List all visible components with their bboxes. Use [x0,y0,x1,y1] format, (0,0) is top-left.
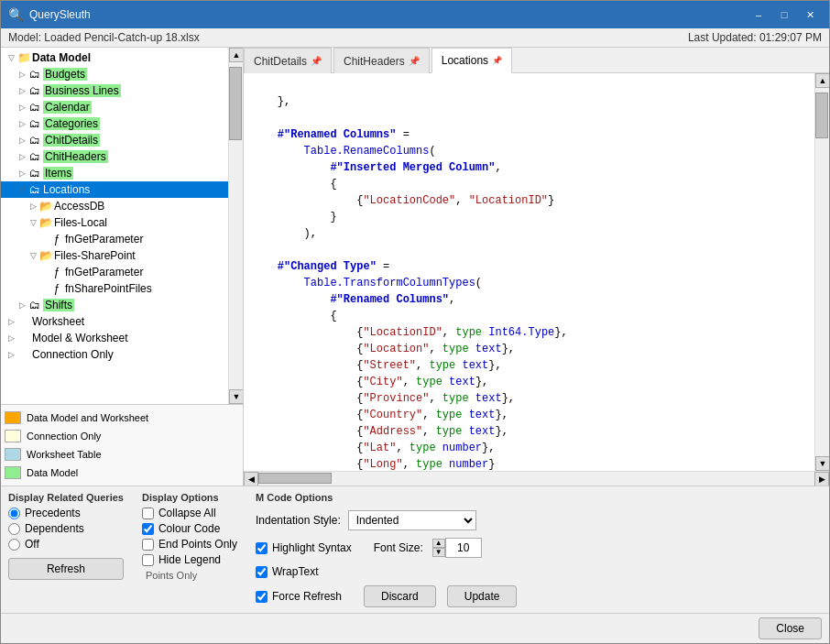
force-refresh-row: Force Refresh Discard Update [256,585,822,607]
checkbox-wrap-text-input[interactable] [256,566,268,578]
code-horizontal-scrollbar[interactable]: ◀ ▶ [244,471,829,486]
checkbox-collapse-all-label: Collapse All [158,507,216,519]
tree-item-categories[interactable]: ▷ 🗂 Categories [1,115,228,132]
categories-expander[interactable]: ▷ [16,117,28,130]
tree-item-chitheaders[interactable]: ▷ 🗂 ChitHeaders [1,148,228,165]
tree-item-model-worksheet[interactable]: ▷ Model & Worksheet [1,330,228,346]
checkbox-colour-code[interactable]: Colour Code [142,522,237,535]
code-scroll-down[interactable]: ▼ [815,456,829,471]
code-editor[interactable]: }, #"Renamed Columns" = Table.RenameColu… [244,73,814,471]
code-scroll-up[interactable]: ▲ [815,73,829,88]
refresh-button[interactable]: Refresh [8,558,124,580]
checkbox-hide-legend-input[interactable] [142,554,154,566]
tree-area[interactable]: ▲ ▼ ▽ 📁 Data Model ▷ [1,48,243,404]
tree-scroll-thumb[interactable] [229,67,242,140]
calendar-expander[interactable]: ▷ [16,101,28,114]
shifts-expander[interactable]: ▷ [16,299,28,311]
budgets-icon: 🗂 [28,68,41,81]
tree-item-fnsharepointfiles[interactable]: ƒ fnSharePointFiles [1,280,228,297]
checkbox-highlight-syntax-input[interactable] [256,542,268,554]
chitheaders-icon: 🗂 [28,150,41,163]
checkbox-collapse-all-input[interactable] [142,508,154,519]
tree-scroll-down[interactable]: ▼ [229,389,243,404]
checkbox-force-refresh-label: Force Refresh [272,590,342,603]
horiz-scroll-thumb[interactable] [258,473,332,484]
window-close-button[interactable]: ✕ [798,5,822,24]
locations-expander[interactable]: ▽ [16,183,28,196]
tree-item-calendar[interactable]: ▷ 🗂 Calendar [1,99,228,115]
bottom-panel: Display Related Queries Precedents Depen… [1,486,829,613]
close-button[interactable]: Close [759,617,822,639]
code-scroll-thumb[interactable] [815,93,828,138]
files-local-expander[interactable]: ▽ [27,216,39,229]
checkbox-wrap-text[interactable]: WrapText [256,565,318,578]
tab-chitheaders[interactable]: ChitHeaders 📌 [333,48,430,73]
model-worksheet-expander[interactable]: ▷ [5,332,17,344]
connection-only-expander[interactable]: ▷ [5,348,17,361]
tree-item-connection-only[interactable]: ▷ Connection Only [1,346,228,363]
tab-locations[interactable]: Locations 📌 [431,48,512,73]
locations-label: Locations [43,183,90,196]
font-size-input[interactable] [445,538,482,558]
budgets-expander[interactable]: ▷ [16,68,28,81]
tab-chitheaders-pin[interactable]: 📌 [409,56,420,66]
tree-scroll-up[interactable]: ▲ [229,48,243,62]
files-sharepoint-expander[interactable]: ▽ [27,249,39,262]
font-size-up[interactable]: ▲ [432,539,445,548]
tree-item-business-lines[interactable]: ▷ 🗂 Business Lines [1,82,228,99]
checkbox-highlight-syntax[interactable]: Highlight Syntax [256,541,352,554]
tree-root[interactable]: ▽ 📁 Data Model [1,49,228,66]
tree-item-shifts[interactable]: ▷ 🗂 Shifts [1,297,228,313]
checkbox-colour-code-input[interactable] [142,523,154,535]
tab-locations-pin[interactable]: 📌 [492,56,502,65]
tree-item-worksheet[interactable]: ▷ Worksheet [1,313,228,330]
update-button[interactable]: Update [447,585,518,607]
tree-item-chitdetails[interactable]: ▷ 🗂 ChitDetails [1,132,228,148]
radio-precedents[interactable]: Precedents [8,507,124,519]
tab-chitdetails[interactable]: ChitDetails 📌 [244,48,332,73]
tree-item-accessdb[interactable]: ▷ 📂 AccessDB [1,198,228,214]
business-lines-expander[interactable]: ▷ [16,84,28,97]
points-only-text: Points Only [142,568,237,583]
checkbox-force-refresh[interactable]: Force Refresh [256,590,342,603]
checkbox-end-points-only[interactable]: End Points Only [142,538,237,551]
font-size-spinner[interactable]: ▲ ▼ [432,539,445,557]
radio-dependents-input[interactable] [8,523,20,535]
root-icon: 📁 [17,51,30,64]
calendar-label: Calendar [43,101,92,114]
indentation-select[interactable]: Indented Compact None [348,510,476,530]
checkbox-hide-legend[interactable]: Hide Legend [142,553,237,566]
code-scroll-right[interactable]: ▶ [814,472,829,486]
radio-precedents-input[interactable] [8,508,20,519]
radio-off-input[interactable] [8,539,20,551]
files-local-icon: 📂 [39,216,52,229]
tree-item-files-sharepoint[interactable]: ▽ 📂 Files-SharePoint [1,247,228,264]
checkbox-collapse-all[interactable]: Collapse All [142,507,237,519]
accessdb-expander[interactable]: ▷ [27,200,39,213]
items-expander[interactable]: ▷ [16,167,28,180]
tree-item-fngetparam-sp[interactable]: ƒ fnGetParameter [1,264,228,280]
code-scroll-left[interactable]: ◀ [244,472,258,486]
tree-item-files-local[interactable]: ▽ 📂 Files-Local [1,214,228,231]
tree-item-budgets[interactable]: ▷ 🗂 Budgets [1,66,228,82]
tab-chitdetails-pin[interactable]: 📌 [311,56,322,66]
checkbox-end-points-only-input[interactable] [142,539,154,551]
checkbox-force-refresh-input[interactable] [256,591,268,603]
radio-off[interactable]: Off [8,538,124,551]
radio-dependents[interactable]: Dependents [8,522,124,535]
root-expander[interactable]: ▽ [5,51,17,64]
tree-item-fngetparam-local[interactable]: ƒ fnGetParameter [1,231,228,247]
discard-button[interactable]: Discard [364,585,436,607]
worksheet-expander[interactable]: ▷ [5,315,17,328]
fngetparam-sp-label: fnGetParameter [65,266,143,278]
tree-item-locations[interactable]: ▽ 🗂 Locations [1,181,228,198]
tree-scrollbar[interactable]: ▲ ▼ [228,48,243,404]
chitheaders-expander[interactable]: ▷ [16,150,28,163]
font-size-down[interactable]: ▼ [432,548,445,557]
minimize-button[interactable]: – [747,5,770,24]
legend-label-data-model: Data Model [27,467,78,478]
code-vertical-scrollbar[interactable]: ▲ ▼ [814,73,829,471]
maximize-button[interactable]: □ [772,5,796,24]
chitdetails-expander[interactable]: ▷ [16,134,28,147]
tree-item-items[interactable]: ▷ 🗂 Items [1,165,228,181]
